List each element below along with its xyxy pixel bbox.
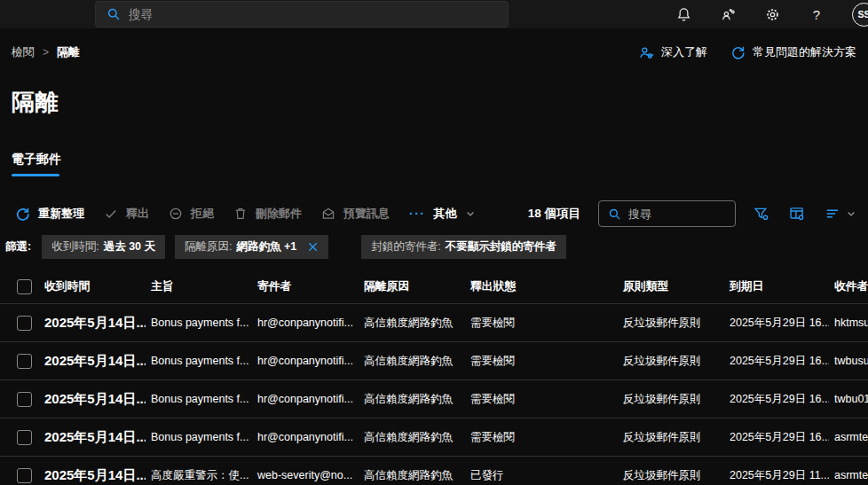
cell-received: 2025年5月14日... [39, 429, 146, 446]
help-icon[interactable]: ? [808, 5, 825, 23]
select-all-checkbox[interactable] [17, 279, 32, 294]
cell-received: 2025年5月14日... [39, 391, 146, 408]
table-body: 2025年5月14日... Bonus payments f... hr@con… [0, 304, 868, 485]
cell-subject: Bonus payments f... [146, 431, 252, 443]
table-row[interactable]: 2025年5月14日... Bonus payments f... hr@con… [0, 304, 868, 342]
chevron-down-icon [465, 208, 476, 219]
filter-settings-icon[interactable] [754, 206, 769, 222]
learn-icon [638, 44, 654, 60]
breadcrumb-quarantine: 隔離 [57, 44, 80, 60]
row-checkbox-cell [0, 468, 39, 483]
deny-button[interactable]: 拒絕 [159, 200, 224, 227]
cell-release-status: 需要檢閱 [465, 430, 618, 445]
cell-recipient: twbu01 [829, 393, 868, 405]
delete-button[interactable]: 刪除郵件 [224, 200, 312, 227]
block-icon [169, 207, 183, 221]
cell-recipient: asrmte [829, 431, 868, 443]
refresh-button[interactable]: 重新整理 [5, 200, 94, 227]
cell-reason: 高信賴度網路釣魚 [359, 316, 465, 331]
cell-subject: Bonus payments f... [146, 317, 252, 329]
item-count: 18 個項目 [528, 206, 580, 222]
topbar-actions: ? SS [675, 0, 868, 28]
preview-button[interactable]: 預覽訊息 [312, 200, 399, 227]
preview-label: 預覽訊息 [343, 206, 390, 222]
filter-row: 篩選: 收到時間: 過去 30 天 隔離原因: 網路釣魚 +1 封鎖的寄件者: … [5, 235, 868, 259]
cell-recipient: asrmte [829, 469, 868, 481]
grid-search-input[interactable] [628, 207, 726, 221]
column-header-sender[interactable]: 寄件者 [252, 279, 359, 294]
breadcrumb-review[interactable]: 檢閱 [12, 44, 35, 60]
cell-sender: web-severity@no... [252, 469, 359, 481]
cell-sender: hr@conpanynotifi... [252, 317, 359, 329]
learn-more-link[interactable]: 深入了解 [638, 44, 707, 60]
more-actions-button[interactable]: ··· 其他 [399, 200, 485, 227]
cell-sender: hr@conpanynotifi... [252, 393, 359, 405]
group-by-control[interactable] [825, 206, 856, 222]
cell-subject: 高度嚴重警示：使... [146, 468, 252, 483]
cell-sender: hr@conpanynotifi... [252, 431, 359, 443]
refresh-label: 重新整理 [38, 206, 84, 222]
row-checkbox-cell [0, 354, 39, 369]
grid-search-box[interactable] [598, 200, 736, 227]
row-checkbox[interactable] [17, 430, 32, 445]
breadcrumb-separator: > [43, 46, 49, 59]
filter-chip-blocked-sender[interactable]: 封鎖的寄件者: 不要顯示封鎖的寄件者 [361, 235, 565, 259]
table-header-row: 收到時間 主旨 寄件者 隔離原因 釋出狀態 原則類型 到期日 收件者 [0, 270, 868, 304]
filter-chip-quarantine-reason[interactable]: 隔離原因: 網路釣魚 +1 [175, 235, 328, 259]
cell-sender: hr@conpanynotifi... [252, 355, 359, 367]
cell-expires: 2025年5月29日 11... [724, 468, 829, 483]
view-controls [754, 206, 856, 222]
cell-recipient: hktmsu [829, 317, 868, 329]
deny-label: 拒絕 [191, 206, 214, 222]
column-header-policy-type[interactable]: 原則類型 [618, 279, 724, 294]
cell-expires: 2025年5月29日 16... [724, 354, 829, 369]
table-row[interactable]: 2025年5月14日... Bonus payments f... hr@con… [0, 342, 868, 380]
cell-policy-type: 反垃圾郵件原則 [618, 430, 724, 445]
row-checkbox[interactable] [17, 392, 32, 407]
cell-expires: 2025年5月29日 16... [724, 316, 829, 331]
search-icon [107, 7, 121, 21]
table-row[interactable]: 2025年5月14日... 高度嚴重警示：使... web-severity@n… [0, 457, 868, 485]
chip-name: 隔離原因: [185, 239, 232, 254]
column-header-received[interactable]: 收到時間 [39, 279, 146, 294]
row-checkbox[interactable] [17, 468, 32, 483]
filter-chip-received-time[interactable]: 收到時間: 過去 30 天 [42, 235, 165, 259]
close-icon[interactable] [307, 241, 319, 253]
table-row[interactable]: 2025年5月14日... Bonus payments f... hr@con… [0, 419, 868, 457]
tab-email[interactable]: 電子郵件 [12, 152, 63, 176]
column-header-subject[interactable]: 主旨 [146, 279, 252, 294]
column-header-expires[interactable]: 到期日 [724, 279, 829, 294]
row-checkbox-cell [0, 430, 39, 445]
table-row[interactable]: 2025年5月14日... Bonus payments f... hr@con… [0, 380, 868, 419]
row-checkbox[interactable] [17, 316, 32, 331]
group-lines-icon [825, 206, 840, 222]
customize-columns-icon[interactable] [789, 206, 805, 222]
cell-release-status: 需要檢閱 [465, 354, 618, 369]
release-button[interactable]: 釋出 [94, 200, 159, 227]
learn-more-label: 深入了解 [661, 44, 707, 60]
feedback-icon[interactable] [719, 5, 737, 23]
cell-subject: Bonus payments f... [146, 355, 252, 367]
settings-gear-icon[interactable] [763, 5, 781, 23]
avatar[interactable]: SS [852, 3, 868, 27]
column-header-release-status[interactable]: 釋出狀態 [465, 279, 618, 294]
column-header-recipient[interactable]: 收件者 [829, 279, 868, 294]
app-top-bar: ? SS [0, 0, 868, 28]
chip-value: 過去 30 天 [104, 239, 155, 254]
cell-release-status: 需要檢閱 [465, 316, 618, 331]
chevron-down-icon [846, 208, 856, 219]
faq-link[interactable]: 常見問題的解決方案 [730, 44, 856, 60]
row-checkbox[interactable] [17, 354, 32, 369]
cell-release-status: 已發行 [465, 468, 618, 483]
notifications-bell-icon[interactable] [675, 5, 692, 23]
command-bar-left: 重新整理 釋出 拒絕 刪 [5, 200, 485, 227]
global-search-box[interactable] [95, 1, 509, 27]
column-header-reason[interactable]: 隔離原因 [359, 279, 465, 294]
cell-received: 2025年5月14日... [39, 353, 146, 370]
global-search-input[interactable] [129, 8, 497, 21]
cell-policy-type: 反垃圾郵件原則 [618, 468, 724, 483]
cell-recipient: twbusu [829, 355, 868, 367]
chip-value: 不要顯示封鎖的寄件者 [446, 239, 556, 254]
breadcrumb: 檢閱 > 隔離 [12, 44, 80, 60]
quarantine-table: 收到時間 主旨 寄件者 隔離原因 釋出狀態 原則類型 到期日 收件者 2025年… [0, 270, 868, 485]
